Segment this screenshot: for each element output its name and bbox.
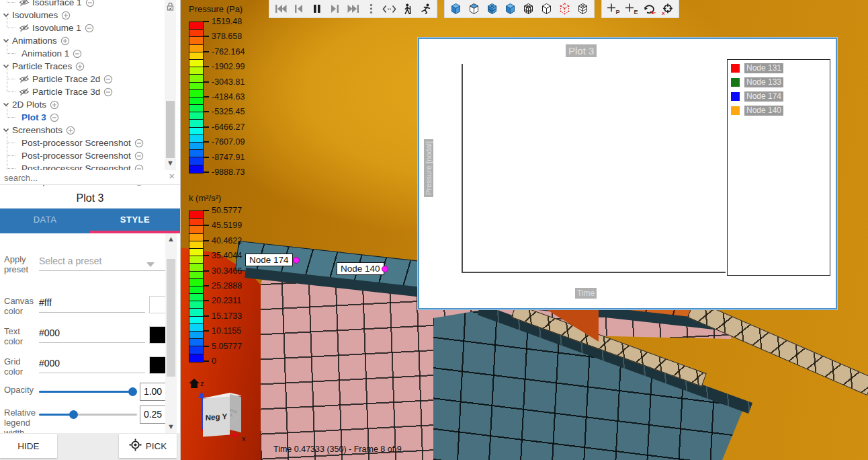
remove-icon[interactable] [103, 75, 113, 84]
style-fields: Apply presetSelect a presetCanvas color#… [0, 233, 180, 433]
fields-scrollbar[interactable]: ▲ ▼ [165, 233, 177, 433]
hide-button[interactable]: HIDE [0, 434, 57, 458]
colorbar-tick-label: -9888.73 [212, 167, 245, 177]
remove-icon[interactable] [50, 113, 59, 122]
add-icon[interactable] [61, 11, 71, 20]
tree-item[interactable]: Isovolume 1 [0, 22, 165, 34]
slider-value-input[interactable]: 0.25 [140, 406, 166, 424]
color-value-input[interactable]: #000 [39, 328, 60, 338]
color-swatch[interactable] [149, 356, 167, 374]
tree-item[interactable]: Isosurface 1 [0, 0, 165, 9]
color-swatch[interactable] [149, 326, 167, 344]
plot-overlay-window[interactable]: Plot 3 Pressure [nodal] Time Node 131Nod… [418, 38, 837, 309]
nav-cube-front-face[interactable]: Neg Y [203, 397, 230, 437]
tree-item[interactable]: Particle Traces [0, 60, 165, 73]
lock-icon[interactable] [166, 2, 175, 14]
tree-item-label: Plot 3 [21, 111, 46, 124]
remove-icon[interactable] [85, 0, 95, 7]
slider-track[interactable] [39, 391, 137, 393]
tree-scrollbar-thumb[interactable] [166, 101, 175, 158]
scene-tree: Isosurface 1IsovolumesIsovolume 1Animati… [0, 0, 165, 188]
colorbar-tick [203, 270, 209, 272]
viewport-canvas[interactable]: PEx Pressure (Pa)1519.48378.658-762.164-… [180, 0, 868, 460]
color-swatch[interactable] [149, 296, 167, 313]
slider-track[interactable] [39, 414, 137, 416]
fields-scroll-down-icon[interactable]: ▼ [167, 422, 175, 430]
pause-icon[interactable] [308, 1, 326, 17]
add-icon[interactable] [75, 62, 85, 71]
tree-item[interactable]: 2D Plots [0, 98, 165, 111]
clear-search-icon[interactable]: × [169, 170, 175, 182]
expand-horizontal-icon[interactable] [380, 1, 398, 17]
eye-off-icon[interactable] [19, 75, 30, 83]
step-back-icon[interactable] [290, 1, 308, 17]
slider-value-input[interactable]: 1.00 [140, 383, 166, 401]
add-icon[interactable] [60, 36, 70, 46]
cube-wireframe-icon[interactable] [537, 1, 556, 17]
remove-icon[interactable] [73, 49, 82, 59]
tab-style[interactable]: STYLE [90, 208, 180, 233]
node-marker-dot [382, 266, 388, 272]
chevron-down-icon[interactable] [146, 262, 155, 267]
viewport-toolbar: PEx [269, 0, 679, 18]
colorbar-tick [203, 300, 209, 301]
cube-solid-icon[interactable] [447, 1, 465, 17]
crosshair-e-icon[interactable]: E [622, 1, 640, 17]
home-view-icon[interactable] [188, 378, 200, 391]
colorbar-tick-label: 45.5199 [212, 221, 242, 230]
kebab-menu-icon[interactable] [362, 1, 380, 17]
tree-item[interactable]: Isovolumes [0, 9, 165, 22]
eye-off-icon[interactable] [19, 87, 30, 96]
colorbar-tick-label: -6466.27 [212, 122, 245, 132]
preset-select[interactable]: Select a preset [39, 256, 101, 266]
tree-item[interactable]: Post-processor Screenshot [0, 137, 165, 149]
crosshair-p-icon[interactable]: P [604, 1, 622, 17]
rotate-axes-icon[interactable] [640, 1, 658, 17]
eye-off-icon[interactable] [19, 24, 30, 32]
tree-scrollbar[interactable]: ▼ [165, 0, 176, 170]
step-forward-icon[interactable] [326, 1, 344, 17]
cube-grid-icon[interactable] [574, 1, 592, 17]
remove-icon[interactable] [134, 139, 144, 148]
color-value-input[interactable]: #000 [39, 358, 60, 369]
fields-scroll-up-icon[interactable]: ▲ [167, 235, 175, 243]
remove-icon[interactable] [85, 24, 94, 33]
cube-split-icon[interactable] [483, 1, 501, 17]
cube-solid-2-icon[interactable] [501, 1, 519, 17]
color-value-input[interactable]: #fff [39, 297, 52, 308]
search-input[interactable] [3, 171, 160, 184]
add-icon[interactable] [66, 126, 75, 135]
cube-dotted-red-icon[interactable] [556, 1, 574, 17]
node-annotation-label: Node 174 [245, 254, 293, 266]
node-annotation-label: Node 140 [337, 262, 384, 275]
slider-thumb[interactable] [128, 387, 137, 396]
colorbar-tick [203, 315, 209, 317]
eye-off-icon[interactable] [19, 0, 30, 7]
nav-cube-side-face[interactable]: Pos X [230, 394, 241, 432]
tree-item[interactable]: Post-processor Screenshot [0, 149, 165, 162]
tree-item[interactable]: Particle Trace 2d [0, 73, 165, 85]
add-icon[interactable] [50, 100, 59, 110]
tree-item-label: Screenshots [12, 124, 62, 137]
colorbar-tick-label: -8747.91 [212, 153, 245, 162]
skip-start-icon[interactable] [271, 1, 290, 17]
tree-item[interactable]: Animation 1 [0, 47, 165, 60]
tree-scroll-down-icon[interactable]: ▼ [167, 159, 174, 167]
tree-item[interactable]: Particle Trace 3d [0, 85, 165, 98]
pick-center-icon[interactable]: x [658, 1, 677, 17]
tree-item[interactable]: Screenshots [0, 124, 165, 137]
skip-end-icon[interactable] [344, 1, 362, 17]
walk-person-icon[interactable] [398, 1, 417, 17]
remove-icon[interactable] [103, 87, 113, 97]
tree-item[interactable]: Animations [0, 34, 165, 47]
slider-thumb[interactable] [69, 410, 78, 419]
remove-icon[interactable] [134, 151, 144, 161]
tab-data[interactable]: DATA [0, 208, 90, 233]
run-person-icon[interactable] [417, 1, 435, 17]
plot-x-axis [462, 272, 726, 273]
cube-top-face-icon[interactable] [465, 1, 483, 17]
cube-grid-dense-icon[interactable] [519, 1, 537, 17]
fields-scrollbar-thumb[interactable] [167, 259, 175, 377]
pick-button[interactable]: PICK [119, 434, 177, 458]
tree-item[interactable]: Plot 3 [0, 111, 165, 124]
